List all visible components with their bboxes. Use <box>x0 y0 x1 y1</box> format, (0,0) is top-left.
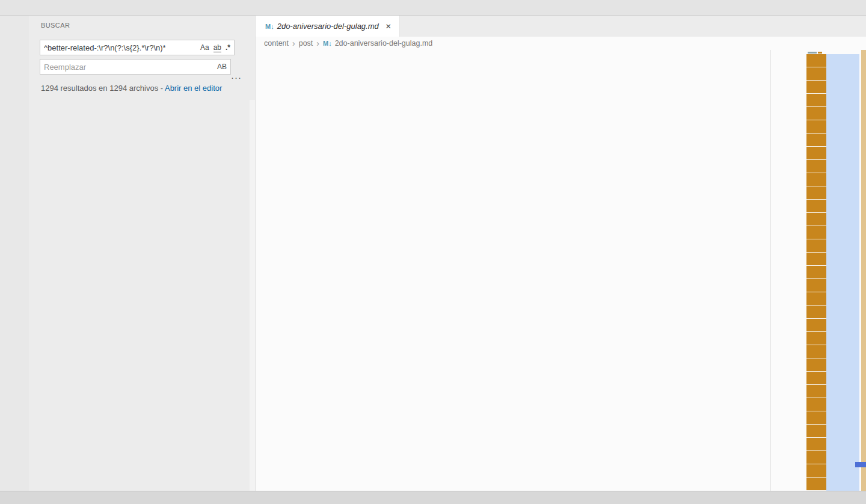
search-toggles: Aa ab .* <box>200 43 234 52</box>
breadcrumb-separator-icon: › <box>292 38 295 48</box>
editor-actions <box>858 16 866 37</box>
minimap-selection-region <box>826 54 859 491</box>
breadcrumb-file[interactable]: 2do-aniversario-del-gulag.md <box>335 39 433 48</box>
tab-2do-aniversario-del-gulag[interactable]: M↓ 2do-aniversario-del-gulag.md ✕ <box>256 16 400 37</box>
minimap-frontmatter-mark <box>808 52 817 54</box>
markdown-file-icon: M↓ <box>323 40 332 47</box>
search-sidebar: BUSCAR Aa ab .* AB ··· 1294 resultados e… <box>29 16 255 491</box>
replace-all-button[interactable] <box>236 62 247 73</box>
whole-word-toggle[interactable]: ab <box>213 43 221 52</box>
markdown-file-icon: M↓ <box>265 23 274 30</box>
regex-toggle[interactable]: .* <box>226 43 230 52</box>
search-more-actions[interactable]: ··· <box>231 72 242 82</box>
results-count-text: 1294 resultados en 1294 archivos - <box>41 84 165 93</box>
editor-group: M↓ 2do-aniversario-del-gulag.md ✕ conten… <box>255 16 866 491</box>
code-editor[interactable] <box>256 50 866 491</box>
tab-label: 2do-aniversario-del-gulag.md <box>277 22 379 31</box>
toggle-replace-chevron-icon[interactable] <box>30 53 38 61</box>
activity-bar <box>0 16 29 491</box>
search-input-box: Aa ab .* <box>40 40 235 55</box>
overview-cursor-marker <box>855 462 866 467</box>
replace-input[interactable] <box>40 63 217 72</box>
search-results-tree <box>29 100 250 491</box>
breadcrumb: content › post › M↓ 2do-aniversario-del-… <box>256 37 866 50</box>
minimap-frontmatter-mark <box>818 52 822 54</box>
overview-ruler[interactable] <box>861 50 866 491</box>
tab-close-icon[interactable]: ✕ <box>384 21 393 32</box>
replace-toggles: AB <box>217 63 230 71</box>
preserve-case-toggle[interactable]: AB <box>217 63 227 71</box>
search-results-summary: 1294 resultados en 1294 archivos - Abrir… <box>41 84 222 93</box>
search-panel-title: BUSCAR <box>41 22 70 29</box>
minimap-match-region <box>806 54 826 491</box>
breadcrumb-folder[interactable]: post <box>299 39 313 48</box>
search-input[interactable] <box>40 43 200 52</box>
open-in-editor-link[interactable]: Abrir en el editor <box>165 84 222 93</box>
match-case-toggle[interactable]: Aa <box>200 43 209 52</box>
menu-bar <box>0 0 866 16</box>
workbench: BUSCAR Aa ab .* AB ··· 1294 resultados e… <box>0 16 866 491</box>
editor-ruler-line <box>770 50 771 491</box>
breadcrumb-folder[interactable]: content <box>264 39 289 48</box>
replace-input-box: AB <box>40 59 231 75</box>
status-bar <box>0 491 866 504</box>
breadcrumb-separator-icon: › <box>316 38 319 48</box>
sidebar-scrollbar[interactable] <box>250 100 255 491</box>
tab-bar: M↓ 2do-aniversario-del-gulag.md ✕ <box>256 16 866 37</box>
minimap[interactable] <box>806 52 859 491</box>
